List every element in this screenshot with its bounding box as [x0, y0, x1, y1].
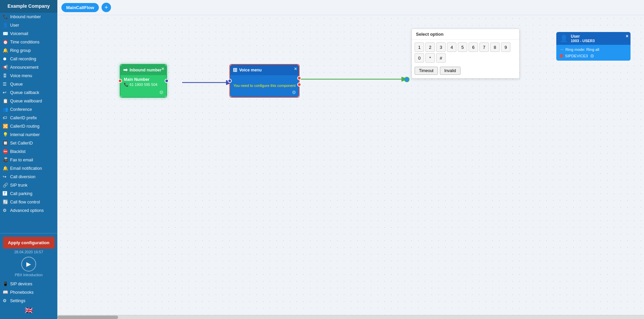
- canvas-arrows: [57, 15, 644, 315]
- diversion-icon: ↪: [3, 174, 8, 179]
- sidebar-item-settings[interactable]: ⚙ Settings: [0, 296, 57, 305]
- numpad-key-2[interactable]: 2: [425, 42, 435, 52]
- sidebar-item-call-parking[interactable]: 🅿 Call parking: [0, 189, 57, 198]
- sidebar-item-blacklist[interactable]: ⛔ Blacklist: [0, 147, 57, 156]
- numpad-key-0[interactable]: 0: [415, 53, 424, 63]
- sidebar-item-user[interactable]: 👤 User: [0, 21, 57, 29]
- main-area: MainCallFlow +: [57, 0, 644, 319]
- canvas[interactable]: ➡ Inbound number × Main Number 📞 61 1800…: [57, 15, 644, 315]
- user-avatar-icon: 👤: [560, 34, 568, 42]
- blacklist-icon: ⛔: [3, 149, 8, 154]
- user-ring-mode-label: Ring mode: Ring all: [565, 47, 599, 52]
- apply-configuration-button[interactable]: Apply configuration: [3, 237, 55, 249]
- numpad-key-4[interactable]: 4: [447, 42, 456, 52]
- voice-menu-node[interactable]: ⊞ Voice menu × You need to configure thi…: [229, 64, 300, 98]
- sip-status-dot: [560, 54, 563, 58]
- user-node-close[interactable]: ×: [626, 33, 628, 39]
- sidebar-item-call-recording[interactable]: ⏺ Call recording: [0, 55, 57, 63]
- sidebar-label-announcement: Announcement: [10, 65, 38, 70]
- set-callerid-icon: 🔲: [3, 140, 8, 146]
- sidebar-item-set-callerid[interactable]: 🔲 Set CallerID: [0, 139, 57, 147]
- toolbar: MainCallFlow +: [57, 0, 644, 15]
- sip-device-label: SIPDEVICE3: [565, 54, 588, 58]
- bell-icon: 🔔: [3, 48, 8, 53]
- user-node-gear[interactable]: ⚙: [590, 53, 594, 59]
- sidebar-label-queue-wallboard: Queue wallboard: [10, 99, 42, 103]
- sidebar-item-ring-group[interactable]: 🔔 Ring group: [0, 46, 57, 55]
- voicemenu-node-gear[interactable]: ⚙: [292, 90, 296, 95]
- sidebar-item-sip-trunk[interactable]: 🔗 SIP trunk: [0, 181, 57, 189]
- sidebar-label-voicemail: Voicemail: [10, 31, 28, 36]
- numpad-key-8[interactable]: 8: [490, 42, 500, 52]
- queue-icon: ☰: [3, 82, 8, 87]
- invalid-button[interactable]: Invalid: [440, 67, 460, 75]
- sidebar-label-queue: Queue: [10, 82, 23, 87]
- sidebar: Example Company 📞 Inbound number 👤 User …: [0, 0, 57, 319]
- sidebar-company-name: Example Company: [0, 0, 57, 12]
- inbound-node-header: ➡ Inbound number ×: [120, 65, 166, 75]
- sidebar-item-conference[interactable]: 👥 Conference: [0, 105, 57, 114]
- sidebar-item-advanced-options[interactable]: ⚙ Advanced options: [0, 206, 57, 215]
- numpad-key-*[interactable]: *: [425, 53, 435, 63]
- sidebar-item-queue-callback[interactable]: ↩ Queue callback: [0, 88, 57, 97]
- numpad-key-3[interactable]: 3: [436, 42, 446, 52]
- inbound-node-title: Inbound number: [130, 68, 162, 72]
- inbound-node-gear[interactable]: ⚙: [159, 90, 164, 95]
- sidebar-item-voicemail[interactable]: ✉️ Voicemail: [0, 29, 57, 38]
- sidebar-item-phonebooks[interactable]: 📖 Phonebooks: [0, 288, 57, 296]
- numpad-key-#[interactable]: #: [436, 53, 446, 63]
- sidebar-bottom: Apply configuration 28.04.2020 16:57 ▶ P…: [0, 233, 57, 319]
- sidebar-item-queue[interactable]: ☰ Queue: [0, 80, 57, 88]
- inbound-node-phone: 📞 61 1800 595 504: [124, 83, 163, 87]
- sidebar-label-call-flow-control: Call flow control: [10, 200, 40, 204]
- user-node-subtitle: 1003 - USER3: [571, 39, 595, 43]
- sidebar-item-inbound-number[interactable]: 📞 Inbound number: [0, 12, 57, 21]
- sip-devices-icon: 📱: [3, 281, 8, 286]
- inbound-right-connector: [165, 79, 169, 83]
- user-node[interactable]: 👤 User 1003 - USER3 × ↔ Ring mode: Ring …: [556, 32, 631, 61]
- select-option-title: Select option: [412, 29, 519, 40]
- numpad-key-1[interactable]: 1: [415, 42, 424, 52]
- popup-actions: Timeout Invalid: [412, 65, 519, 78]
- flow-name-button[interactable]: MainCallFlow: [61, 3, 99, 12]
- sidebar-label-time-conditions: Time conditions: [10, 40, 39, 44]
- sidebar-item-queue-wallboard[interactable]: 📋 Queue wallboard: [0, 97, 57, 105]
- canvas-scrollbar-thumb[interactable]: [57, 316, 118, 319]
- sidebar-label-callerid-routing: CallerID routing: [10, 124, 39, 129]
- parking-icon: 🅿: [3, 191, 8, 196]
- sidebar-label-advanced-options: Advanced options: [10, 208, 44, 213]
- sidebar-item-voice-menu[interactable]: 🎛 Voice menu: [0, 71, 57, 80]
- sidebar-label-ring-group: Ring group: [10, 48, 31, 53]
- sidebar-item-sip-devices[interactable]: 📱 SIP devices: [0, 280, 57, 288]
- voicemenu-node-close[interactable]: ×: [294, 66, 297, 71]
- numpad-key-9[interactable]: 9: [501, 42, 510, 52]
- sidebar-item-fax-to-email[interactable]: 📠 Fax to email: [0, 156, 57, 164]
- sidebar-item-email-notification[interactable]: 🔔 Email notification: [0, 164, 57, 172]
- sidebar-item-callerid-prefix[interactable]: 🏷 CallerID prefix: [0, 114, 57, 122]
- timeout-button[interactable]: Timeout: [415, 67, 438, 75]
- pbx-intro-play-button[interactable]: ▶: [21, 257, 36, 272]
- add-node-button[interactable]: +: [102, 3, 111, 12]
- sidebar-item-internal-number[interactable]: 💡 Internal number: [0, 130, 57, 139]
- numpad-key-7[interactable]: 7: [479, 42, 489, 52]
- inbound-node-subtitle: Main Number: [124, 77, 163, 82]
- sip-trunk-icon: 🔗: [3, 183, 8, 188]
- inbound-number-node[interactable]: ➡ Inbound number × Main Number 📞 61 1800…: [120, 64, 167, 98]
- settings-icon: ⚙: [3, 298, 8, 303]
- numpad-key-6[interactable]: 6: [469, 42, 478, 52]
- sidebar-item-call-flow-control[interactable]: 🔄 Call flow control: [0, 198, 57, 206]
- inbound-node-close[interactable]: ×: [162, 66, 164, 71]
- canvas-scrollbar[interactable]: [57, 315, 644, 319]
- numpad-key-5[interactable]: 5: [458, 42, 467, 52]
- wallboard-icon: 📋: [3, 98, 8, 103]
- sidebar-item-call-diversion[interactable]: ↪ Call diversion: [0, 172, 57, 181]
- sidebar-item-announcement[interactable]: 📢 Announcement: [0, 63, 57, 71]
- sidebar-label-voice-menu: Voice menu: [10, 73, 32, 78]
- user-node-body: ↔ Ring mode: Ring all SIPDEVICE3 ⚙: [556, 45, 631, 61]
- sidebar-footer-items: 📱 SIP devices 📖 Phonebooks ⚙ Settings: [0, 280, 57, 305]
- sidebar-item-callerid-routing[interactable]: 🔀 CallerID routing: [0, 122, 57, 130]
- sidebar-item-time-conditions[interactable]: ⏰ Time conditions: [0, 38, 57, 46]
- sidebar-label-internal-number: Internal number: [10, 132, 40, 137]
- phone-icon: 📞: [3, 14, 8, 19]
- voicemenu-node-header: ⊞ Voice menu ×: [230, 65, 299, 75]
